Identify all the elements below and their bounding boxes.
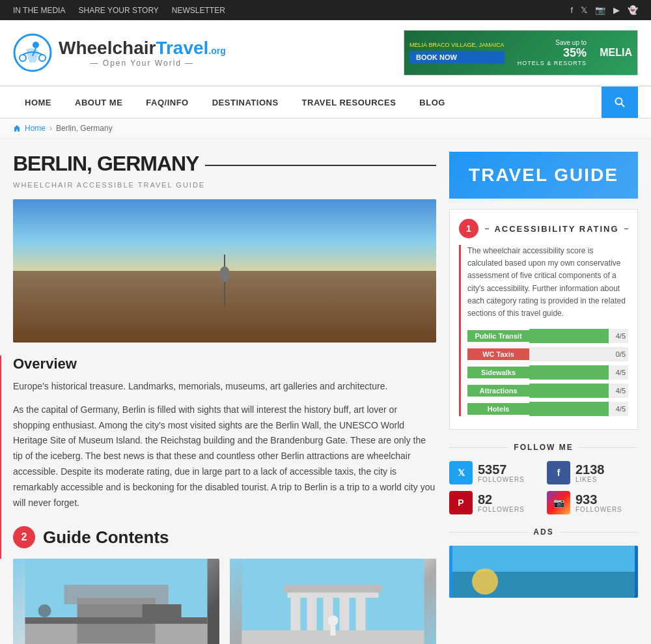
- follow-section: FOLLOW ME 𝕏 5357 FOLLOWERS f 2138 LIKES: [449, 443, 638, 514]
- facebook-count: 2138: [575, 463, 605, 476]
- rating-hotels: Hotels 4/5: [467, 402, 628, 416]
- accessibility-title: ACCESSIBILITY RATING: [494, 224, 618, 234]
- svg-rect-9: [224, 287, 225, 307]
- nav-search-button[interactable]: [602, 87, 638, 118]
- attractions-fill: [529, 384, 609, 398]
- tv-tower-icon: [218, 255, 231, 307]
- instagram-stats: 933 FOLLOWERS: [575, 493, 622, 513]
- rating-public-transit: Public Transit 4/5: [467, 329, 628, 343]
- guide-grid: Airport Accessibility: [13, 559, 436, 644]
- page-title: BERLIN, GERMANY: [13, 152, 199, 176]
- main-container: BERLIN, GERMANY WHEELCHAIR ACCESSIBLE TR…: [0, 139, 651, 644]
- overview-section: Overview Europe's historical treasure. L…: [13, 356, 436, 511]
- pinterest-count: 82: [478, 493, 525, 506]
- ads-section: ADS: [449, 527, 638, 598]
- social-twitter[interactable]: 𝕏 5357 FOLLOWERS: [449, 461, 540, 484]
- main-nav: HOME ABOUT ME FAQ/INFO DESTINATIONS TRAV…: [0, 86, 651, 119]
- twitter-label: FOLLOWERS: [478, 476, 525, 483]
- public-transit-label: Public Transit: [467, 330, 529, 342]
- page-title-line: BERLIN, GERMANY: [13, 152, 436, 178]
- section2-number: 2: [13, 526, 35, 548]
- svg-point-30: [472, 568, 498, 595]
- logo-title: WheelchairTravel.org: [59, 38, 226, 59]
- svg-rect-27: [331, 626, 336, 636]
- topbar-share[interactable]: SHARE YOUR STORY: [78, 6, 158, 15]
- header-line-right: [624, 229, 628, 229]
- breadcrumb: Home › Berlin, Germany: [0, 119, 651, 139]
- wc-taxis-label: WC Taxis: [467, 348, 529, 360]
- nav-blog[interactable]: BLOG: [408, 87, 457, 118]
- snapchat-icon[interactable]: 👻: [628, 5, 638, 15]
- topbar-media[interactable]: IN THE MEDIA: [13, 6, 65, 15]
- public-transit-bar: 4/5: [529, 329, 628, 343]
- public-transit-fill: [529, 329, 609, 343]
- attractions-svg: [230, 559, 436, 644]
- svg-rect-21: [307, 598, 317, 630]
- guide-contents-title: Guide Contents: [43, 527, 169, 548]
- ad-amount: 35%: [518, 46, 587, 60]
- logo-tagline: — Open Your World —: [59, 59, 226, 68]
- section-line: [0, 356, 1, 511]
- guide-item-airport[interactable]: Airport Accessibility: [13, 559, 219, 644]
- page-title-section: BERLIN, GERMANY WHEELCHAIR ACCESSIBLE TR…: [13, 152, 436, 189]
- airport-image: [13, 559, 219, 644]
- sidewalks-score: 4/5: [616, 369, 626, 376]
- public-transit-score: 4/5: [616, 332, 626, 340]
- facebook-icon[interactable]: f: [570, 5, 573, 15]
- top-bar-nav: IN THE MEDIA SHARE YOUR STORY NEWSLETTER: [13, 6, 225, 15]
- top-bar-social: f 𝕏 📷 ▶ 👻: [570, 5, 638, 15]
- nav-travel-resources[interactable]: TRAVEL RESOURCES: [290, 87, 408, 118]
- hotels-fill: [529, 402, 609, 416]
- ads-title: ADS: [533, 527, 553, 537]
- hotels-label: Hotels: [467, 403, 529, 415]
- divider-line-right: [579, 447, 638, 448]
- wc-taxis-bar: 0/5: [529, 347, 628, 361]
- svg-point-15: [38, 604, 51, 617]
- svg-rect-23: [340, 598, 350, 630]
- ads-banner[interactable]: [449, 546, 638, 598]
- svg-point-26: [328, 615, 339, 626]
- topbar-newsletter[interactable]: NEWSLETTER: [172, 6, 225, 15]
- airport-svg: [13, 559, 219, 644]
- search-icon: [615, 97, 625, 107]
- attractions-score: 4/5: [616, 387, 626, 395]
- sidebar: TRAVEL GUIDE 1 ACCESSIBILITY RATING The …: [449, 152, 638, 644]
- logo-icon: [13, 33, 52, 72]
- instagram-social-icon: 📷: [547, 491, 570, 514]
- twitter-icon[interactable]: 𝕏: [581, 5, 587, 15]
- guide-item-attractions[interactable]: Attractions & Sights: [230, 559, 436, 644]
- ad-cta[interactable]: BOOK NOW: [409, 51, 505, 64]
- ad-note: HOTELS & RESORTS: [518, 60, 587, 66]
- svg-point-8: [219, 266, 230, 282]
- instagram-icon[interactable]: 📷: [595, 5, 605, 15]
- ads-divider-left: [449, 532, 528, 533]
- svg-rect-24: [356, 598, 366, 630]
- sidewalks-label: Sidewalks: [467, 367, 529, 378]
- nav-home[interactable]: HOME: [13, 87, 63, 118]
- ads-divider: ADS: [449, 527, 638, 537]
- content-area: BERLIN, GERMANY WHEELCHAIR ACCESSIBLE TR…: [13, 152, 436, 644]
- attractions-bar: 4/5: [529, 384, 628, 398]
- ad-discount-text: Save up to: [518, 39, 587, 46]
- instagram-label: FOLLOWERS: [575, 506, 622, 513]
- svg-rect-20: [291, 598, 301, 630]
- nav-about[interactable]: ABOUT ME: [63, 87, 134, 118]
- top-bar: IN THE MEDIA SHARE YOUR STORY NEWSLETTER…: [0, 0, 651, 20]
- divider-line-left: [449, 447, 508, 448]
- accessibility-header: 1 ACCESSIBILITY RATING: [459, 219, 628, 238]
- breadcrumb-home-link[interactable]: Home: [25, 124, 46, 133]
- social-instagram[interactable]: 📷 933 FOLLOWERS: [547, 491, 638, 514]
- social-facebook[interactable]: f 2138 LIKES: [547, 461, 638, 484]
- nav-faq[interactable]: FAQ/INFO: [134, 87, 200, 118]
- title-underline: [205, 165, 436, 166]
- social-pinterest[interactable]: P 82 FOLLOWERS: [449, 491, 540, 514]
- hero-image: [13, 199, 436, 343]
- youtube-icon[interactable]: ▶: [613, 5, 620, 15]
- svg-rect-25: [284, 585, 382, 593]
- pinterest-social-icon: P: [449, 491, 473, 514]
- nav-destinations[interactable]: DESTINATIONS: [201, 87, 290, 118]
- breadcrumb-separator: ›: [49, 124, 52, 133]
- section2-line: [0, 507, 1, 559]
- attractions-image: [230, 559, 436, 644]
- header-ad-banner[interactable]: MELIÁ BRACO VILLAGE, JAMAICA BOOK NOW Sa…: [404, 30, 638, 76]
